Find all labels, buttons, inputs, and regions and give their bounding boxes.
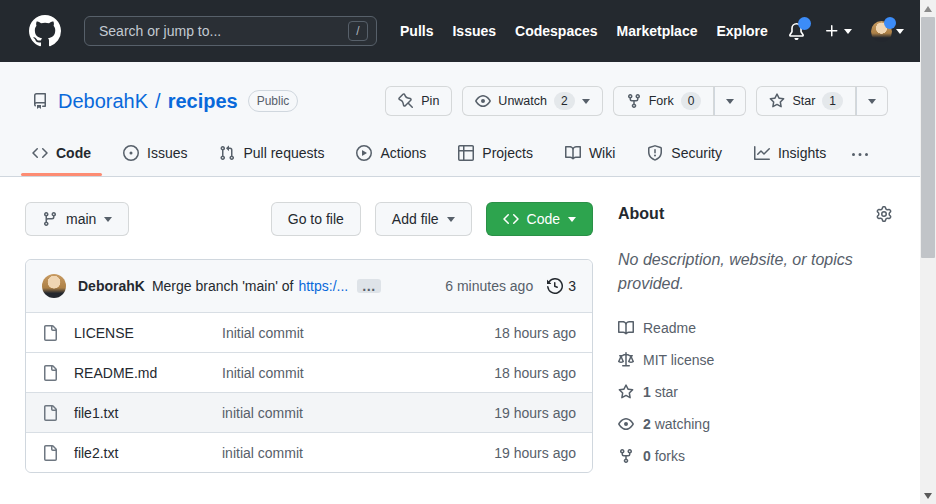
- file-commit-message-link[interactable]: Initial commit: [222, 365, 478, 381]
- fork-button[interactable]: Fork 0: [613, 86, 715, 116]
- code-icon: [503, 211, 519, 227]
- latest-commit-bar: DeborahK Merge branch 'main' of https:/.…: [26, 260, 592, 312]
- file-row[interactable]: file2.txt initial commit 19 hours ago: [26, 432, 592, 472]
- book-icon: [565, 145, 581, 161]
- file-name-link[interactable]: file1.txt: [74, 405, 206, 421]
- nav-link-codespaces[interactable]: Codespaces: [515, 23, 597, 39]
- navbar-right: [788, 21, 904, 42]
- unwatch-button[interactable]: Unwatch 2: [462, 86, 602, 116]
- book-icon: [618, 320, 634, 336]
- file-commit-time: 19 hours ago: [494, 405, 576, 421]
- go-to-file-button[interactable]: Go to file: [271, 202, 361, 236]
- tab-security[interactable]: Security: [631, 130, 738, 176]
- file-commit-time: 18 hours ago: [494, 325, 576, 341]
- repo-separator: /: [155, 90, 161, 113]
- code-download-button[interactable]: Code: [486, 202, 593, 236]
- avatar-notification-dot: [884, 17, 896, 29]
- readme-link[interactable]: Readme: [618, 320, 892, 336]
- expand-commit-message-button[interactable]: …: [357, 279, 381, 293]
- user-menu[interactable]: [871, 21, 904, 42]
- tab-issues[interactable]: Issues: [107, 130, 203, 176]
- fork-count: 0: [681, 92, 702, 110]
- tab-wiki[interactable]: Wiki: [549, 130, 631, 176]
- file-row[interactable]: README.md Initial commit 18 hours ago: [26, 352, 592, 392]
- main-content: main Go to file Add file Cod: [0, 177, 920, 480]
- nav-link-marketplace[interactable]: Marketplace: [617, 23, 698, 39]
- play-icon: [356, 145, 372, 161]
- pin-icon: [398, 93, 414, 109]
- repo-owner-link[interactable]: DeborahK: [58, 90, 148, 113]
- search-input[interactable]: [97, 22, 348, 40]
- git-pull-request-icon: [219, 145, 235, 161]
- nav-link-pulls[interactable]: Pulls: [400, 23, 433, 39]
- commit-author-link[interactable]: DeborahK: [78, 278, 145, 294]
- global-search[interactable]: /: [84, 16, 377, 46]
- star-button-group: Star 1: [756, 86, 888, 116]
- nav-link-issues[interactable]: Issues: [452, 23, 496, 39]
- file-name-link[interactable]: LICENSE: [74, 325, 206, 341]
- file-commit-message-link[interactable]: initial commit: [222, 445, 478, 461]
- github-repo-page: / Pulls Issues Codespaces Marketplace Ex…: [0, 0, 936, 504]
- file-commit-time: 18 hours ago: [494, 365, 576, 381]
- chevron-down-icon: [568, 217, 576, 222]
- notifications-bell-icon[interactable]: [788, 23, 805, 40]
- eye-icon: [475, 93, 491, 109]
- fork-dropdown-button[interactable]: [714, 86, 746, 116]
- star-dropdown-button[interactable]: [856, 86, 888, 116]
- watching-count: 2: [643, 416, 651, 432]
- nav-link-explore[interactable]: Explore: [716, 23, 767, 39]
- github-logo-icon[interactable]: [29, 15, 61, 47]
- tab-actions[interactable]: Actions: [340, 130, 442, 176]
- file-row[interactable]: file1.txt initial commit 19 hours ago: [26, 392, 592, 432]
- file-name-link[interactable]: README.md: [74, 365, 206, 381]
- repo-name-link[interactable]: recipes: [168, 90, 238, 113]
- commit-message-link[interactable]: Merge branch 'main' of: [152, 278, 294, 294]
- about-title: About: [618, 202, 664, 226]
- issue-opened-icon: [123, 145, 139, 161]
- file-commit-message-link[interactable]: Initial commit: [222, 325, 478, 341]
- tab-pull-requests[interactable]: Pull requests: [203, 130, 340, 176]
- star-icon: [769, 93, 785, 109]
- branch-selector-button[interactable]: main: [25, 202, 129, 236]
- law-icon: [618, 352, 634, 368]
- code-toolbar: main Go to file Add file Cod: [25, 202, 593, 236]
- file-commit-message-link[interactable]: initial commit: [222, 405, 478, 421]
- scrollbar-down-arrow[interactable]: [920, 487, 936, 504]
- repo-book-icon: [32, 93, 48, 109]
- commit-history-link[interactable]: 3: [547, 278, 576, 294]
- forks-link[interactable]: 0 forks: [618, 448, 892, 464]
- add-file-button[interactable]: Add file: [375, 202, 472, 236]
- watch-count: 2: [554, 92, 575, 110]
- commit-count: 3: [568, 278, 576, 294]
- tabs-overflow-menu[interactable]: [842, 134, 878, 176]
- file-icon: [42, 405, 58, 421]
- commit-author-avatar[interactable]: [42, 274, 66, 298]
- vertical-scrollbar[interactable]: [920, 0, 936, 504]
- git-branch-icon: [42, 211, 58, 227]
- scrollbar-up-arrow[interactable]: [920, 0, 936, 17]
- commit-message-url[interactable]: https:/...: [298, 278, 348, 294]
- tab-code[interactable]: Code: [16, 130, 107, 176]
- file-name-link[interactable]: file2.txt: [74, 445, 206, 461]
- chevron-down-icon: [447, 217, 455, 222]
- file-row[interactable]: LICENSE Initial commit 18 hours ago: [26, 312, 592, 352]
- star-count: 1: [643, 384, 651, 400]
- gear-icon[interactable]: [876, 206, 892, 222]
- table-icon: [458, 145, 474, 161]
- star-button[interactable]: Star 1: [756, 86, 856, 116]
- tab-projects[interactable]: Projects: [442, 130, 549, 176]
- stars-link[interactable]: 1 star: [618, 384, 892, 400]
- file-icon: [42, 445, 58, 461]
- commit-time-link[interactable]: 6 minutes ago: [445, 278, 533, 294]
- chevron-down-icon: [844, 29, 852, 34]
- file-icon: [42, 325, 58, 341]
- scrollbar-thumb[interactable]: [921, 17, 935, 258]
- create-new-dropdown[interactable]: [824, 23, 852, 39]
- pin-button[interactable]: Pin: [385, 86, 452, 116]
- navbar-links: Pulls Issues Codespaces Marketplace Expl…: [400, 23, 768, 39]
- graph-icon: [754, 145, 770, 161]
- license-link[interactable]: MIT license: [618, 352, 892, 368]
- watchers-link[interactable]: 2 watching: [618, 416, 892, 432]
- tab-insights[interactable]: Insights: [738, 130, 842, 176]
- fork-icon: [626, 93, 642, 109]
